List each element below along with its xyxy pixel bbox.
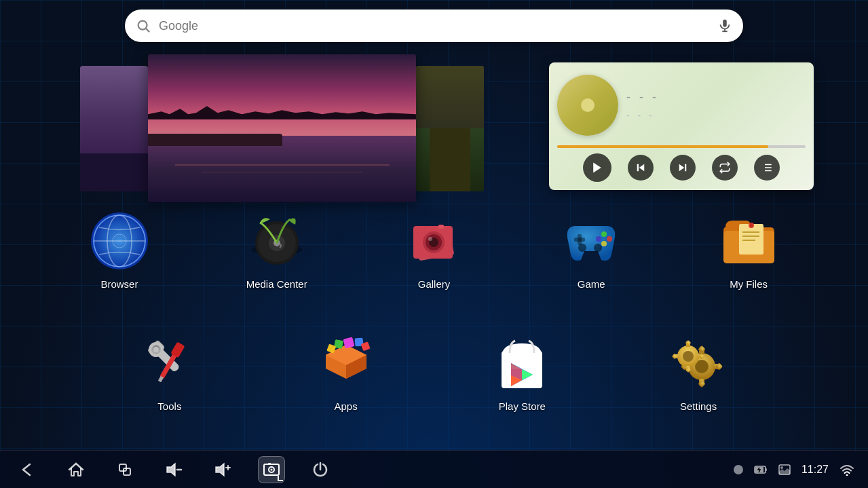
- power-button[interactable]: [307, 456, 334, 483]
- svg-rect-2: [723, 20, 727, 27]
- apps-icon: [316, 333, 377, 394]
- svg-rect-46: [739, 224, 763, 255]
- repeat-button[interactable]: [712, 155, 738, 181]
- media-center-label: Media Center: [246, 278, 307, 290]
- svg-marker-5: [593, 163, 601, 173]
- app-gallery[interactable]: Gallery: [393, 210, 474, 290]
- svg-rect-37: [578, 234, 582, 245]
- svg-rect-9: [685, 164, 686, 172]
- search-icon: [136, 18, 151, 33]
- svg-point-38: [601, 231, 607, 237]
- svg-point-43: [594, 244, 602, 252]
- svg-marker-88: [167, 464, 175, 476]
- search-bar: [125, 10, 743, 42]
- media-center-icon: ♪: [246, 210, 307, 271]
- tools-icon: [139, 333, 200, 394]
- svg-rect-7: [637, 164, 639, 172]
- wifi-icon: [839, 464, 854, 476]
- recent-apps-button[interactable]: [111, 456, 138, 483]
- taskbar-right: 11:27: [734, 464, 854, 476]
- app-browser[interactable]: Browser: [79, 210, 160, 290]
- music-note-icon: ♪: [584, 92, 593, 114]
- app-media-center[interactable]: ♪ Media Center: [236, 210, 318, 290]
- mic-icon[interactable]: [717, 18, 732, 33]
- my-files-icon: [718, 210, 779, 271]
- apps-row-1: Browser ♪ Media Center: [0, 210, 868, 290]
- apps-label: Apps: [335, 400, 358, 412]
- search-input[interactable]: [151, 19, 717, 33]
- track-title: - - -: [626, 90, 806, 105]
- svg-marker-8: [679, 164, 685, 172]
- taskbar-left: [14, 456, 334, 483]
- app-tools[interactable]: Tools: [129, 333, 210, 412]
- svg-rect-51: [750, 223, 753, 227]
- gallery-main-photo[interactable]: [148, 54, 416, 202]
- signal-indicator: [734, 465, 743, 474]
- play-button[interactable]: [583, 153, 611, 182]
- svg-point-42: [578, 244, 586, 252]
- playlist-button[interactable]: [754, 155, 780, 181]
- app-apps[interactable]: Apps: [305, 333, 387, 412]
- svg-marker-90: [216, 464, 224, 476]
- svg-rect-96: [268, 463, 271, 465]
- rewind-button[interactable]: [628, 155, 654, 181]
- play-store-label: Play Store: [499, 400, 546, 412]
- music-progress-bar[interactable]: [557, 145, 806, 148]
- svg-rect-35: [438, 225, 444, 229]
- gallery-thumb-right[interactable]: [416, 66, 484, 191]
- gallery-status-icon: [778, 464, 791, 475]
- svg-line-1: [146, 29, 149, 32]
- svg-point-77: [683, 351, 694, 362]
- my-files-label: My Files: [730, 278, 768, 290]
- music-top: ♪ - - - - - -: [557, 71, 806, 140]
- screenshot-button[interactable]: [258, 456, 285, 483]
- fast-forward-button[interactable]: [670, 155, 696, 181]
- svg-point-103: [846, 474, 848, 476]
- settings-icon: [668, 333, 729, 394]
- taskbar: 11:27: [0, 450, 868, 488]
- apps-row-2: Tools Apps: [0, 333, 868, 412]
- play-store-icon: [491, 333, 552, 394]
- game-icon: [561, 210, 622, 271]
- track-artist: - - -: [626, 110, 806, 121]
- gallery-thumb-left[interactable]: [80, 66, 148, 191]
- app-settings[interactable]: Settings: [658, 333, 739, 412]
- svg-rect-99: [766, 468, 767, 471]
- music-progress-fill: [557, 145, 768, 148]
- tools-label: Tools: [157, 400, 181, 412]
- back-button[interactable]: [14, 456, 41, 483]
- svg-marker-6: [639, 164, 645, 172]
- svg-point-0: [138, 21, 147, 30]
- svg-point-39: [607, 236, 612, 242]
- album-art: ♪: [557, 75, 618, 136]
- app-game[interactable]: Game: [550, 210, 632, 290]
- settings-label: Settings: [680, 400, 717, 412]
- time-display: 11:27: [801, 464, 829, 476]
- browser-icon: [89, 210, 150, 271]
- volume-up-button[interactable]: [209, 456, 236, 483]
- svg-text:♪: ♪: [279, 242, 282, 249]
- browser-label: Browser: [100, 278, 138, 290]
- svg-point-41: [601, 241, 607, 246]
- music-widget: ♪ - - - - - -: [549, 62, 814, 190]
- svg-point-40: [596, 236, 601, 242]
- volume-down-button[interactable]: [160, 456, 187, 483]
- svg-point-102: [780, 466, 783, 469]
- svg-point-59: [153, 347, 159, 352]
- game-label: Game: [578, 278, 605, 290]
- home-button[interactable]: [62, 456, 90, 483]
- svg-point-34: [428, 237, 432, 241]
- battery-icon: [754, 465, 768, 474]
- svg-point-95: [271, 468, 273, 470]
- gallery-label: Gallery: [418, 278, 451, 290]
- music-info: - - - - - -: [626, 90, 806, 121]
- app-play-store[interactable]: Play Store: [481, 333, 563, 412]
- music-controls: [557, 153, 806, 182]
- app-my-files[interactable]: My Files: [708, 210, 789, 290]
- gallery-widget: [80, 54, 487, 202]
- gallery-icon: [403, 210, 464, 271]
